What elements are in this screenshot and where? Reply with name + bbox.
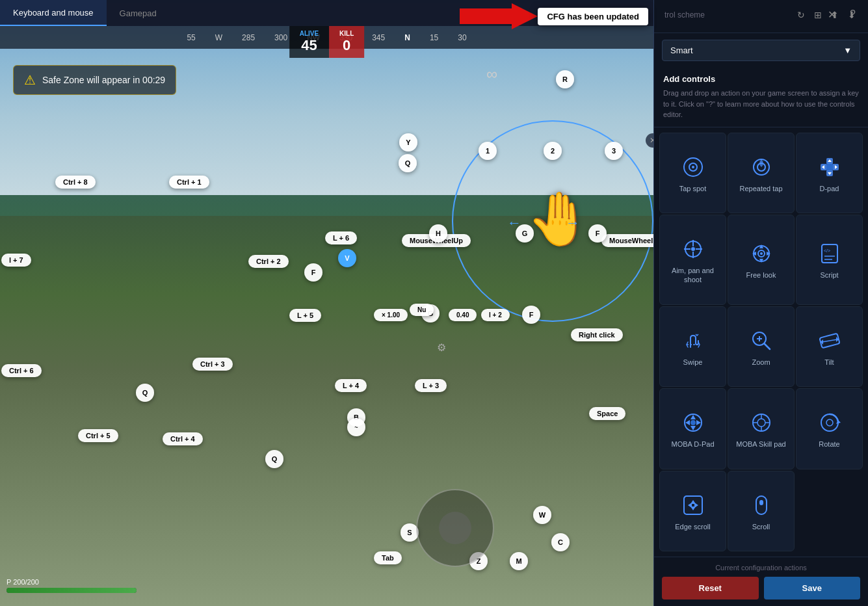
control-label: Zoom	[752, 358, 770, 367]
game-area: Keyboard and mouse Gamepad ? — ⬜ ✕ 55 W …	[0, 0, 653, 606]
hud-kill: KILL 0	[329, 26, 364, 58]
hp-fill	[7, 588, 137, 593]
kill-value: 0	[339, 37, 354, 54]
reset-button[interactable]: Reset	[662, 577, 759, 599]
control-label: Edge scroll	[675, 522, 710, 531]
key-circle-Q2: Q	[265, 450, 283, 468]
compass-item: W	[215, 33, 222, 42]
key-circle-R: R	[556, 70, 574, 88]
control-moba-skill[interactable]: MOBA Skill pad	[728, 388, 795, 469]
tap-spot-icon	[681, 155, 705, 179]
panel-title-row: trol scheme ↻ ⊞ ⬆ ⬇ ? ✕	[664, 8, 858, 22]
panel-bottom: Current configuration actions Reset Save	[654, 557, 868, 606]
tab-keyboard-mouse[interactable]: Keyboard and mouse	[0, 0, 107, 26]
save-button[interactable]: Save	[764, 577, 861, 599]
tab-gamepad[interactable]: Gamepad	[107, 0, 170, 26]
dpad-icon	[818, 155, 841, 179]
key-badge: Ctrl + 3	[192, 358, 233, 371]
hp-bar-container: P 200/200	[7, 578, 137, 593]
svg-rect-50	[684, 496, 702, 514]
warning-icon: ⚠	[24, 72, 36, 88]
key-badge: l + 7	[1, 254, 31, 267]
repeated-tap-icon	[750, 155, 773, 179]
control-tilt[interactable]: Tilt	[796, 306, 863, 387]
panel-header-icons: ↻ ⊞ ⬆ ⬇ ? ✕	[795, 8, 858, 22]
infinity-icon: ∞	[486, 65, 497, 83]
help-panel-icon[interactable]: ?	[848, 7, 858, 22]
scheme-value: Smart	[670, 46, 693, 55]
svg-point-20	[691, 247, 695, 251]
control-label: D-pad	[820, 184, 839, 193]
key-badge: Ctrl + 8	[55, 176, 96, 189]
hud-stats: ALIVE 45 KILL 0	[289, 26, 365, 58]
moba-dpad-icon	[681, 411, 705, 434]
hp-text: P 200/200	[7, 578, 137, 586]
key-badge: MouseWheelDown	[601, 234, 653, 247]
control-dpad[interactable]: D-pad	[796, 133, 863, 213]
compass-item: 285	[242, 33, 255, 42]
control-zoom[interactable]: Zoom	[728, 306, 795, 387]
right-click-badge: Right click	[571, 328, 623, 341]
cfg-arrow-icon	[460, 3, 538, 29]
dropdown-chevron-icon: ▼	[843, 46, 852, 55]
control-label: Free look	[746, 270, 776, 280]
control-repeated-tap[interactable]: Repeated tap	[728, 133, 795, 213]
edge-scroll-icon	[681, 494, 705, 517]
zoom-icon	[750, 329, 773, 352]
control-scroll[interactable]: Scroll	[728, 471, 795, 551]
svg-point-48	[826, 419, 833, 426]
plus2-badge: l + 2	[481, 309, 510, 321]
control-script[interactable]: </> Script	[796, 215, 863, 305]
key-badge-tab: Tab	[374, 551, 402, 564]
alive-label: ALIVE	[300, 30, 319, 37]
svg-marker-37	[690, 426, 696, 430]
safe-zone-warning: ⚠ Safe Zone will appear in 00:29	[13, 65, 176, 95]
layout-icon[interactable]: ⊞	[812, 8, 824, 22]
controls-grid: Tap spot Repeated tap	[654, 127, 868, 557]
tilt-icon	[818, 329, 841, 352]
svg-line-29	[765, 344, 770, 349]
joystick-inner	[439, 512, 471, 544]
svg-marker-36	[690, 415, 696, 419]
control-label: MOBA D-Pad	[671, 440, 714, 449]
key-badge: L + 5	[289, 309, 321, 322]
control-free-look[interactable]: Free look	[728, 215, 795, 305]
control-rotate[interactable]: Rotate	[796, 388, 863, 469]
add-controls-title: Add controls	[663, 74, 859, 84]
key-badge: L + 4	[335, 379, 367, 392]
add-controls-desc: Drag and drop an action on your game scr…	[663, 88, 859, 120]
control-aim-pan-shoot[interactable]: Aim, pan and shoot	[659, 215, 726, 305]
scheme-dropdown[interactable]: Smart ▼	[662, 40, 860, 61]
moba-skill-icon	[750, 411, 773, 434]
control-swipe[interactable]: Swipe	[659, 306, 726, 387]
control-label: Script	[820, 270, 838, 280]
control-moba-dpad[interactable]: MOBA D-Pad	[659, 388, 726, 469]
control-edge-scroll[interactable]: Edge scroll	[659, 471, 726, 551]
val-040: 0.40	[449, 309, 477, 321]
script-icon: </>	[818, 242, 841, 265]
settings-gear-icon[interactable]: ⚙	[437, 341, 446, 354]
control-label: Tap spot	[679, 184, 707, 193]
control-label: Swipe	[683, 358, 703, 367]
refresh-icon[interactable]: ↻	[795, 8, 807, 22]
bottom-buttons: Reset Save	[662, 577, 860, 599]
key-circle-C: C	[551, 533, 570, 551]
space-badge: Space	[589, 407, 625, 420]
close-panel-icon[interactable]: ✕	[826, 7, 838, 23]
key-badge: Ctrl + 6	[1, 364, 42, 377]
scroll-icon	[750, 494, 773, 517]
key-circle-V: V	[338, 249, 356, 267]
add-controls-section: Add controls Drag and drop an action on …	[654, 68, 868, 127]
safe-zone-text: Safe Zone will appear in 00:29	[42, 75, 165, 85]
key-circle-3: 3	[605, 142, 623, 160]
right-panel: trol scheme ↻ ⊞ ⬆ ⬇ ? ✕ Smart ▼ Add cont…	[653, 0, 868, 606]
control-label: Scroll	[752, 522, 770, 531]
compass-item: 345	[372, 33, 385, 42]
control-tap-spot[interactable]: Tap spot	[659, 133, 726, 213]
key-badge: Ctrl + 1	[169, 176, 209, 189]
key-badge: L + 3	[415, 379, 447, 392]
key-circle-Q: Q	[399, 154, 417, 172]
compass-north: N	[404, 33, 410, 42]
key-circle-Y: Y	[399, 133, 417, 152]
svg-point-23	[760, 252, 763, 255]
